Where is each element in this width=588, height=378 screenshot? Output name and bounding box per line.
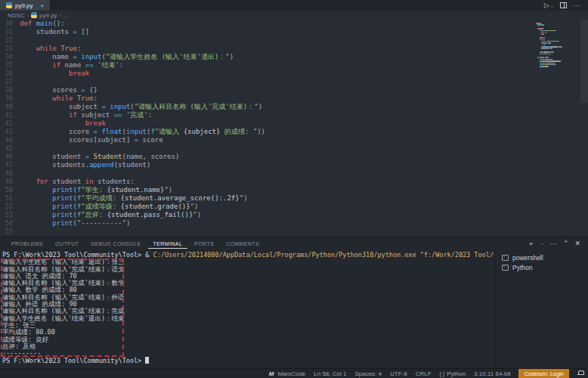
- encoding[interactable]: UTF-8: [390, 370, 407, 377]
- python-file-icon: [6, 2, 12, 8]
- code-editor[interactable]: 30def main():31 students = []3233 while …: [0, 20, 588, 237]
- panel-tab-ports[interactable]: PORTS: [189, 239, 219, 249]
- code-text: if name == '结束':: [20, 61, 123, 70]
- indentation[interactable]: Spaces: 4: [354, 370, 382, 377]
- code-line: 33 while True:: [0, 45, 588, 53]
- code-text: def main():: [20, 20, 65, 28]
- panel-tab-comments[interactable]: COMMENTS: [221, 239, 265, 249]
- code-line: 43 score = float(input(f"请输入 {subject} 的…: [0, 128, 588, 136]
- line-number: 30: [0, 20, 20, 28]
- terminal-output[interactable]: PS F:\Work\2023 Tool\Community\Tool> & C…: [0, 250, 494, 368]
- code-line: 32: [0, 36, 588, 45]
- minimap-line: [536, 55, 577, 57]
- line-number: 40: [0, 103, 20, 111]
- minimap-line: [536, 36, 577, 37]
- terminal-list-item-powershell[interactable]: powershell: [495, 253, 588, 262]
- minimap-line: [536, 41, 577, 42]
- line-number: 37: [0, 78, 20, 86]
- panel-tab-debug-console[interactable]: DEBUG CONSOLE: [85, 239, 146, 249]
- more-actions-icon[interactable]: ···: [573, 2, 582, 9]
- code-line: 51 print(f"平均成绩: {student.average_score(…: [0, 194, 588, 203]
- panel-more-icon[interactable]: ···: [550, 239, 557, 248]
- code-line: 37: [0, 78, 588, 86]
- breadcrumb-symbol[interactable]: …: [63, 12, 70, 19]
- code-line: 34 name = input("请输入学生姓名 (输入'结束'退出)："): [0, 53, 588, 61]
- code-line: 53 print(f"总评: {student.pass_fail()}"): [0, 211, 588, 219]
- codeium-login-badge[interactable]: Codeium: Login: [518, 369, 569, 378]
- code-text: students = []: [20, 28, 89, 36]
- panel-tab-bar: PROBLEMSOUTPUTDEBUG CONSOLETERMINALPORTS…: [0, 237, 588, 250]
- minimap-line: [536, 60, 577, 62]
- line-number: 54: [0, 219, 20, 228]
- marscode-item[interactable]: MMarsCode: [269, 370, 306, 377]
- language-mode-icon: { }: [440, 371, 445, 376]
- run-dropdown-icon[interactable]: ⌄: [550, 3, 554, 8]
- notifications-bell-icon[interactable]: [577, 370, 583, 376]
- python-interpreter[interactable]: 3.10.11 64-bit: [474, 370, 510, 377]
- code-line: 39 while True:: [0, 94, 588, 103]
- line-number: 48: [0, 169, 20, 178]
- code-text: if subject == '完成':: [20, 111, 152, 119]
- minimap[interactable]: [536, 23, 577, 70]
- tab-close-icon[interactable]: ×: [41, 2, 45, 9]
- code-line: 55: [0, 228, 588, 236]
- line-number: 43: [0, 128, 20, 136]
- code-text: while True:: [20, 45, 81, 53]
- terminal-line: 总评: 及格: [2, 343, 494, 350]
- code-line: 40 subject = input("请输入科目名称 (输入'完成'结束)："…: [0, 103, 588, 111]
- panel-actions: ＋ ⌄ ··· ⌃ ✕: [528, 239, 580, 248]
- breadcrumb-separator: ›: [27, 13, 29, 18]
- panel-tab-terminal[interactable]: TERMINAL: [148, 239, 188, 249]
- new-terminal-icon[interactable]: ＋: [528, 239, 534, 248]
- code-line: 41 if subject == '完成':: [0, 111, 588, 119]
- line-number: 46: [0, 153, 20, 161]
- terminal-line: 成绩等级: 良好: [2, 336, 494, 343]
- code-line: 31 students = []: [0, 28, 588, 36]
- code-line: 42 break: [0, 119, 588, 128]
- run-icon: ▷: [544, 2, 549, 9]
- cursor-position[interactable]: Ln 58, Col 1: [314, 370, 346, 377]
- vscode-window: py9.py × ▷ ⌄ ··· NDSC › py9.py › … 30def…: [0, 0, 588, 378]
- code-text: print("----------"): [20, 219, 130, 228]
- minimap-line: [536, 39, 577, 41]
- minimap-line: [536, 57, 577, 58]
- minimap-line: [536, 54, 577, 55]
- line-number: 31: [0, 28, 20, 36]
- code-text: for student in students:: [20, 178, 135, 186]
- code-text: score = float(input(f"请输入 {subject} 的成绩:…: [20, 128, 265, 136]
- minimap-line: [536, 32, 577, 33]
- language-mode[interactable]: { }Python: [440, 370, 466, 377]
- line-number: 35: [0, 61, 20, 70]
- terminal-icon: [502, 265, 509, 271]
- split-editor-icon[interactable]: [560, 2, 567, 8]
- panel-close-icon[interactable]: ✕: [574, 239, 580, 248]
- line-number: 36: [0, 70, 20, 78]
- code-text: print(f"成绩等级: {student.grade()}"): [20, 203, 199, 211]
- code-text: scores[subject] = score: [20, 136, 163, 144]
- editor-scrollbar[interactable]: [580, 20, 588, 103]
- minimap-line: [536, 48, 577, 49]
- panel-tab-problems[interactable]: PROBLEMS: [6, 239, 48, 249]
- code-lines: 30def main():31 students = []3233 while …: [0, 20, 588, 236]
- panel-tab-output[interactable]: OUTPUT: [50, 239, 84, 249]
- eol-sequence[interactable]: CRLF: [416, 370, 432, 377]
- breadcrumb: NDSC › py9.py › …: [0, 11, 588, 20]
- line-number: 44: [0, 136, 20, 144]
- breadcrumb-file[interactable]: py9.py: [39, 12, 57, 19]
- tab-title: py9.py: [15, 2, 33, 9]
- terminal-cursor: [145, 357, 149, 364]
- code-text: while True:: [20, 94, 97, 103]
- minimap-line: [536, 42, 577, 44]
- terminal-list-item-python[interactable]: Python: [495, 262, 588, 272]
- bottom-panel: PROBLEMSOUTPUTDEBUG CONSOLETERMINALPORTS…: [0, 237, 588, 368]
- terminal-list: powershellPython: [494, 250, 588, 368]
- minimap-line: [536, 26, 577, 28]
- code-line: 44 scores[subject] = score: [0, 136, 588, 144]
- code-text: print(f"总评: {student.pass_fail()}"): [20, 211, 201, 219]
- breadcrumb-folder[interactable]: NDSC: [8, 12, 25, 19]
- line-number: 38: [0, 86, 20, 94]
- terminal-dropdown-icon[interactable]: ⌄: [540, 239, 544, 248]
- panel-maximize-icon[interactable]: ⌃: [563, 239, 569, 248]
- tab-py9[interactable]: py9.py ×: [0, 0, 51, 11]
- run-button[interactable]: ▷ ⌄: [544, 2, 554, 9]
